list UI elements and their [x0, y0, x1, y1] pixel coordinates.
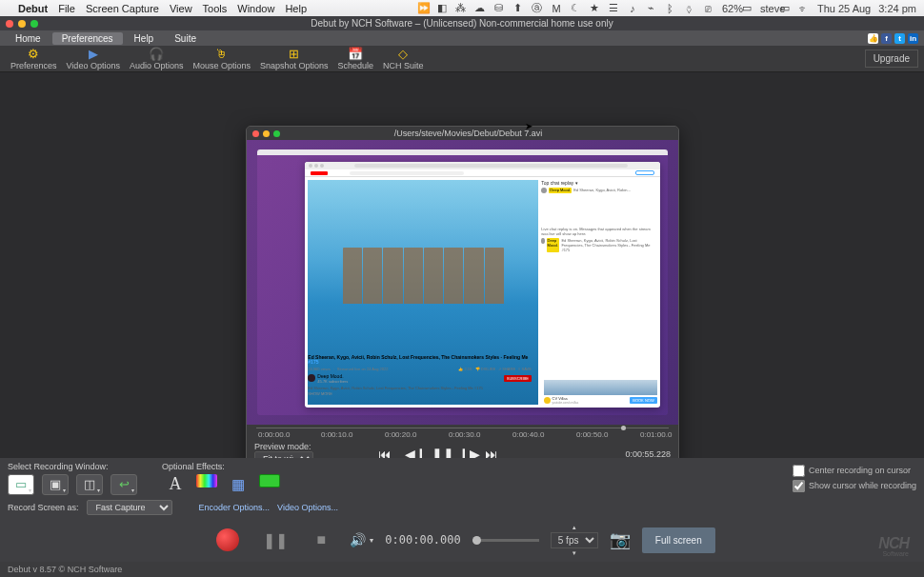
menubar-extra-icon[interactable]: ♪ [627, 3, 638, 14]
preview-timeline[interactable]: 0:00:00.0 0:00:10.0 0:00:20.0 0:00:30.0 … [247, 425, 678, 440]
sim-ad: CV Villasyoutube.com/cvvillas BOOK NOW [544, 380, 657, 405]
subscribe-button: SUBSCRIBE [504, 375, 532, 382]
record-button[interactable] [209, 521, 247, 559]
file-menu[interactable]: File [58, 3, 75, 14]
mouse-icon: 🖰 [214, 47, 230, 60]
suite-icon: ◇ [395, 47, 411, 60]
sim-safari-window: Top chat replay ▾ Deep Mood.Ed Sheeran, … [305, 162, 659, 407]
recorded-desktop: Top chat replay ▾ Deep Mood.Ed Sheeran, … [257, 149, 667, 414]
mouse-options-button[interactable]: 🖰Mouse Options [188, 47, 255, 70]
fps-select[interactable]: 5 fps [551, 532, 598, 548]
fullscreen-icon[interactable]: ▭ [779, 2, 791, 14]
linkedin-icon[interactable]: in [908, 33, 918, 44]
bottom-panel: Select Recording Window: ▭▾ ▣▾ ◫▾ ↩▾ Opt… [0, 458, 924, 562]
color-effect-button[interactable] [196, 474, 217, 487]
nch-suite-button[interactable]: ◇NCH Suite [378, 47, 429, 70]
bluetooth-icon[interactable]: ᛒ [665, 3, 676, 14]
youtube-logo-icon [311, 171, 328, 175]
region-window-button[interactable]: ◫▾ [76, 474, 103, 495]
select-window-label: Select Recording Window: [8, 462, 137, 471]
window-titlebar: Debut by NCH Software – (Unlicensed) Non… [0, 16, 924, 30]
menubar-extra-icon[interactable]: ⬆ [512, 2, 524, 14]
chat-item: Deep Mood.Ed Sheeran, Kygo, Avicii, Robi… [541, 238, 656, 252]
record-time: 0:00:00.000 [385, 533, 460, 547]
battery-icon[interactable]: ▭ [741, 2, 753, 14]
screencapture-menu[interactable]: Screen Capture [86, 3, 159, 14]
menubar-extra-icon[interactable]: ⓐ [532, 1, 543, 15]
menubar-extra-icon[interactable]: ⛁ [493, 2, 505, 14]
display-icon[interactable]: ⎚ [703, 3, 714, 14]
view-menu[interactable]: View [170, 3, 192, 14]
like-icon[interactable]: 👍 [868, 33, 878, 44]
keyboard-icon[interactable]: ⎀ [684, 3, 695, 14]
slider[interactable] [472, 539, 539, 542]
user-name[interactable]: steve [760, 3, 772, 14]
menubar-extra-icon[interactable]: ☰ [608, 2, 619, 14]
watermark-effect-button[interactable]: ▦ [225, 474, 251, 495]
snapshot-button[interactable]: 📷 [610, 529, 631, 550]
fullscreen-button[interactable]: Full screen [642, 527, 715, 553]
macos-menubar: Debut File Screen Capture View Tools Win… [0, 0, 924, 16]
preview-titlebar[interactable]: /Users/steve/Movies/Debut/Debut 7.avi [247, 127, 678, 140]
video-options-link[interactable]: Video Options... [277, 503, 338, 512]
tab-suite[interactable]: Suite [165, 32, 206, 45]
chat-item: Live chat replay is on. Messages that ap… [541, 227, 656, 236]
preview-viewport: Top chat replay ▾ Deep Mood.Ed Sheeran, … [247, 140, 678, 425]
menubar-date[interactable]: Thu 25 Aug [817, 3, 871, 14]
mode-label: Preview mode: [254, 442, 313, 451]
help-menu[interactable]: Help [285, 3, 307, 14]
channel-avatar-icon [308, 374, 315, 382]
effects-label: Optional Effects: [162, 462, 280, 471]
tools-menu[interactable]: Tools [203, 3, 228, 14]
playhead[interactable] [621, 426, 626, 430]
sim-video-info: Ed Sheeran, Kygo, Avicii, Robin Schulz, … [308, 355, 532, 396]
sim-menubar [257, 149, 667, 155]
ad-cta-button: BOOK NOW [630, 397, 656, 404]
show-cursor-checkbox[interactable]: Show cursor while recording [793, 480, 916, 492]
sim-signin-button [635, 170, 654, 175]
twitter-icon[interactable]: t [894, 33, 905, 44]
stop-rec-button[interactable]: ■ [304, 524, 338, 556]
text-effect-button[interactable]: A [162, 474, 189, 495]
encoder-options-link[interactable]: Encoder Options... [199, 503, 271, 512]
ad-logo-icon [544, 397, 551, 404]
menubar-extra-icon[interactable]: ★ [589, 2, 600, 14]
window-menu[interactable]: Window [237, 3, 274, 14]
preferences-toolbar: ⚙Preferences ▶Video Options 🎧Audio Optio… [0, 46, 924, 72]
fullscreen-window-button[interactable]: ▭▾ [8, 474, 34, 495]
menubar-extra-icon[interactable]: ☁ [474, 2, 486, 14]
battery-percent: 62% [722, 3, 733, 14]
menubar-time[interactable]: 3:24 pm [878, 3, 916, 14]
tab-preferences[interactable]: Preferences [52, 32, 123, 45]
pause-rec-button[interactable]: ❚❚ [258, 524, 292, 556]
tab-help[interactable]: Help [125, 32, 164, 45]
snapshot-options-button[interactable]: ⊞Snapshot Options [255, 47, 333, 70]
record-icon [216, 528, 239, 551]
menubar-extra-icon[interactable]: ☾ [570, 2, 581, 14]
tab-home[interactable]: Home [6, 32, 50, 45]
audio-options-button[interactable]: 🎧Audio Options [125, 47, 189, 70]
wifi-icon[interactable]: ᯤ [798, 3, 810, 14]
sim-chat-panel: Top chat replay ▾ Deep Mood.Ed Sheeran, … [538, 177, 659, 407]
menubar-extra-icon[interactable]: ◧ [436, 2, 448, 14]
menubar-extra-icon[interactable]: M [551, 3, 562, 14]
gear-icon: ⚙ [26, 47, 41, 60]
video-options-button[interactable]: ▶Video Options [62, 47, 125, 70]
menubar-extra-icon[interactable]: ⏩ [417, 2, 429, 14]
window-window-button[interactable]: ▣▾ [42, 474, 69, 495]
app-menu[interactable]: Debut [18, 3, 48, 14]
chat-item: Deep Mood.Ed Sheeran, Kygo, Avicii, Robi… [541, 188, 656, 193]
greenscreen-effect-button[interactable] [259, 474, 280, 487]
sim-youtube-header [305, 169, 659, 177]
record-method-select[interactable]: Fast Capture [87, 500, 172, 515]
menubar-extra-icon[interactable]: ⌁ [646, 2, 657, 14]
center-on-cursor-checkbox[interactable]: Center recording on cursor [793, 465, 916, 477]
upgrade-button[interactable]: Upgrade [865, 50, 918, 68]
menubar-extra-icon[interactable]: ⁂ [455, 2, 467, 14]
facebook-icon[interactable]: f [881, 33, 892, 44]
preferences-button[interactable]: ⚙Preferences [6, 47, 62, 70]
back-window-button[interactable]: ↩▾ [110, 474, 137, 495]
schedule-button[interactable]: 📅Schedule [333, 47, 379, 70]
cursor-icon: ➤ [525, 121, 532, 131]
volume-icon[interactable]: 🔊 [350, 532, 366, 547]
